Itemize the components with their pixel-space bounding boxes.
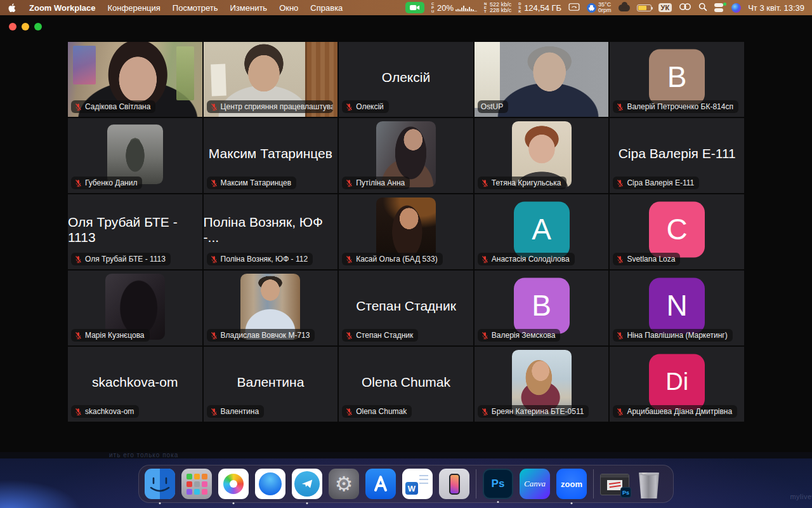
participant-name-label: Тетяна Кригульська	[492, 178, 561, 187]
running-indicator	[571, 502, 573, 504]
screen-mirroring-icon[interactable]	[568, 3, 580, 13]
minimize-window-button[interactable]	[22, 23, 29, 30]
dock-app-store-icon[interactable]	[365, 469, 396, 499]
participant-tile[interactable]: Садікова Світлана	[68, 42, 202, 117]
participant-name-label: Владислав Вовчок М-713	[221, 331, 310, 340]
muted-mic-icon	[616, 103, 624, 111]
participant-tile[interactable]: BВалерій Петроченко БК-814сп	[610, 42, 744, 117]
menu-view[interactable]: Посмотреть	[173, 3, 218, 13]
muted-mic-icon	[210, 408, 218, 416]
dock-photoshop-icon[interactable]: Ps	[483, 469, 513, 499]
menubar-toggles-icon[interactable]	[714, 3, 724, 12]
participant-name-tag: Олексій	[342, 100, 389, 113]
participant-tile[interactable]: Центр сприяння працевлаштуван...	[204, 42, 338, 117]
participant-tile[interactable]: Бреян Катерина БТЕ-0511	[475, 347, 609, 422]
dock-photos-icon[interactable]	[218, 469, 249, 499]
dock-canva-icon[interactable]: Canva	[520, 469, 550, 499]
participant-name-label: Путіліна Анна	[356, 178, 405, 187]
participant-tile[interactable]: Olena ChumakOlena Chumak	[339, 347, 473, 422]
participant-name-label: Степан Стадник	[356, 331, 413, 340]
participant-name-label: Сіра Валерія Е-111	[627, 178, 694, 187]
muted-mic-icon	[74, 255, 82, 264]
gear-icon: ⚙	[335, 474, 353, 494]
participant-name-tag: Марія Кузнєцова	[71, 329, 150, 342]
net-down: 228 kb/c	[490, 7, 511, 13]
participant-tile[interactable]: Поліна Возняк, ЮФ -...Поліна Возняк, ЮФ …	[204, 194, 338, 269]
participant-name-label: Бреян Катерина БТЕ-0511	[492, 407, 584, 416]
running-indicator	[233, 502, 235, 504]
battery-indicator[interactable]	[637, 4, 652, 11]
dock-finder-icon[interactable]	[145, 469, 175, 499]
participant-name-tag: skachkova-om	[71, 405, 139, 418]
menu-conference[interactable]: Конференция	[108, 3, 160, 13]
participant-name-tag: Владислав Вовчок М-713	[207, 329, 315, 342]
video-on-indicator[interactable]	[405, 2, 424, 13]
dock-safari-icon[interactable]	[255, 469, 285, 499]
participant-tile[interactable]: Путіліна Анна	[339, 118, 473, 193]
muted-mic-icon	[481, 255, 489, 264]
participant-tile[interactable]: skachkova-omskachkova-om	[68, 347, 202, 422]
muted-mic-icon	[345, 179, 353, 187]
network-stat[interactable]: NET 522 kb/c228 kb/c	[484, 2, 511, 13]
dock-trash-icon[interactable]	[637, 469, 667, 499]
participant-tile[interactable]: Максим ТатаринцевМаксим Татаринцев	[204, 118, 338, 193]
dock-telegram-icon[interactable]	[292, 469, 322, 499]
minimized-window-thumbnail: Ps	[600, 474, 629, 495]
participant-tile[interactable]: Тетяна Кригульська	[475, 118, 609, 193]
meeting-gallery-grid: Садікова СвітланаЦентр сприяння працевла…	[68, 42, 744, 422]
participant-tile[interactable]: BВалерія Земскова	[475, 271, 609, 345]
participant-name-label: Анастасія Солоділова	[492, 255, 570, 264]
fan-temp-stat[interactable]: 35°C0rpm	[587, 2, 612, 13]
participant-name-label: Арцибашева Діана Дмитрівна	[627, 407, 732, 416]
participant-tile[interactable]: Сіра Валерія Е-111Сіра Валерія Е-111	[610, 118, 744, 193]
background-window-edge: ить его только пока	[0, 452, 812, 458]
participant-name-tag: Olena Chumak	[342, 405, 412, 418]
iphone-shape	[449, 474, 460, 495]
participant-tile[interactable]: Оля Трубай БТЕ - 1113Оля Трубай БТЕ - 11…	[68, 194, 202, 269]
dock-zoom-icon[interactable]: zoom	[556, 469, 587, 499]
muted-mic-icon	[345, 331, 353, 340]
dock: ⚙ W Ps Canva zoom Ps	[138, 465, 674, 503]
cpu-histogram	[455, 4, 477, 11]
muted-mic-icon	[210, 103, 218, 111]
participant-tile[interactable]: Степан СтадникСтепан Стадник	[339, 271, 473, 345]
close-window-button[interactable]	[9, 23, 16, 30]
dock-minimized-photoshop-window[interactable]: Ps	[600, 469, 631, 499]
participant-tile[interactable]: Касай Ольга (БАД 533)	[339, 194, 473, 269]
siri-icon[interactable]	[731, 3, 741, 13]
participant-tile[interactable]: Губенко Данил	[68, 118, 202, 193]
participant-tile[interactable]: Владислав Вовчок М-713	[204, 271, 338, 345]
participant-tile[interactable]: AАнастасія Солоділова	[475, 194, 609, 269]
participant-name-tag: Валерія Земскова	[478, 329, 561, 342]
participant-tile[interactable]: Марія Кузнєцова	[68, 271, 202, 345]
participant-tile[interactable]: ВалентинаВалентина	[204, 347, 338, 422]
cpu-stat[interactable]: CPU 20%	[431, 2, 477, 13]
dock-settings-icon[interactable]: ⚙	[329, 469, 359, 499]
participant-tile[interactable]: CSvetlana Loza	[610, 194, 744, 269]
apple-menu-icon[interactable]	[8, 3, 17, 13]
disk-stat[interactable]: DSK 124,54 ГБ	[518, 2, 561, 13]
telegram-plane	[294, 471, 320, 497]
menubar-clock[interactable]: Чт 3 квіт. 13:39	[748, 3, 804, 13]
participant-letter-avatar: C	[649, 201, 705, 257]
participant-letter-avatar: B	[649, 49, 705, 105]
weather-cloud-icon[interactable]	[619, 4, 630, 11]
linked-rings-icon[interactable]	[679, 3, 691, 13]
menu-help[interactable]: Справка	[310, 3, 343, 13]
participant-tile[interactable]: OstUP	[475, 42, 609, 117]
menu-window[interactable]: Окно	[279, 3, 298, 13]
participant-tile[interactable]: DiАрцибашева Діана Дмитрівна	[610, 347, 744, 422]
participant-tile[interactable]: NНіна Павлішина (Маркетинг)	[610, 271, 744, 345]
muted-mic-icon	[616, 179, 624, 187]
participant-name-tag: Губенко Данил	[71, 177, 142, 189]
dock-iphone-mirroring-icon[interactable]	[439, 469, 469, 499]
active-app-name[interactable]: Zoom Workplace	[29, 3, 96, 13]
spotlight-icon[interactable]	[698, 3, 707, 13]
dock-word-icon[interactable]: W	[402, 469, 433, 499]
participant-letter-avatar: Di	[649, 354, 705, 410]
dock-launchpad-icon[interactable]	[181, 469, 212, 499]
input-source-switcher[interactable]: УК	[658, 3, 672, 12]
menu-edit[interactable]: Изменить	[230, 3, 267, 13]
participant-tile[interactable]: ОлексійОлексій	[339, 42, 473, 117]
fullscreen-window-button[interactable]	[34, 23, 42, 30]
